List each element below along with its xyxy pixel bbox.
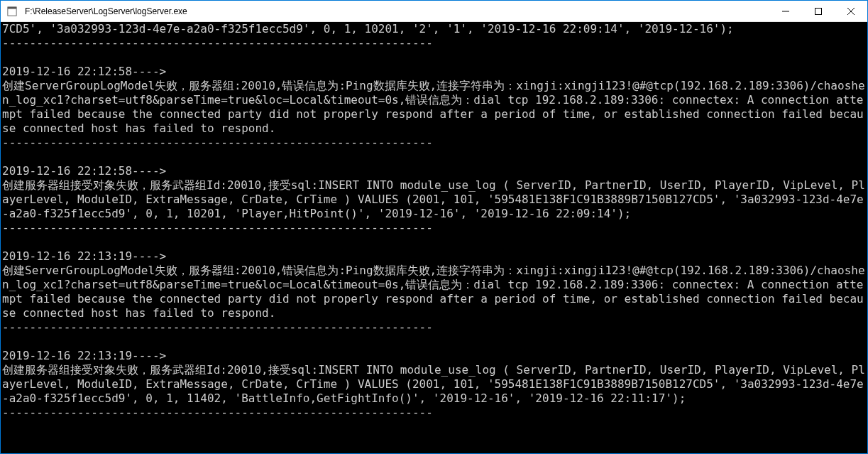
console-line: ----------------------------------------… [2, 221, 866, 235]
console-line [2, 335, 866, 349]
console-line [2, 150, 866, 164]
console-line: 2019-12-16 22:13:19----> [2, 349, 866, 363]
minimize-button[interactable] [769, 1, 802, 21]
console-line: ----------------------------------------… [2, 320, 866, 335]
close-button[interactable] [835, 1, 867, 21]
console-line: ----------------------------------------… [2, 406, 866, 420]
window-controls [769, 1, 867, 21]
console-line: 2019-12-16 22:12:58----> [2, 65, 866, 79]
svg-rect-3 [815, 8, 822, 14]
window-titlebar: F:\ReleaseServer\LogServer\logServer.exe [1, 1, 867, 22]
console-line: 7CD5', '3a032993-123d-4e7e-a2a0-f325f1ec… [2, 22, 866, 36]
console-line: ----------------------------------------… [2, 36, 866, 50]
console-line: ----------------------------------------… [2, 136, 866, 150]
maximize-button[interactable] [802, 1, 835, 21]
console-line [2, 235, 866, 249]
console-line: 2019-12-16 22:13:19----> [2, 249, 866, 264]
console-line: 创建ServerGroupLogModel失败，服务器组:20010,错误信息为… [2, 264, 866, 320]
console-line: 创建服务器组接受对象失败，服务武器组Id:20010,接受sql:INSERT … [2, 178, 866, 221]
svg-rect-1 [8, 6, 16, 9]
console-line: 2019-12-16 22:12:58----> [2, 164, 866, 178]
console-line: 创建服务器组接受对象失败，服务武器组Id:20010,接受sql:INSERT … [2, 363, 866, 406]
console-line [2, 50, 866, 65]
console-output[interactable]: 7CD5', '3a032993-123d-4e7e-a2a0-f325f1ec… [1, 22, 867, 453]
app-icon [6, 6, 18, 17]
window-title: F:\ReleaseServer\LogServer\logServer.exe [23, 6, 769, 16]
console-line: 创建ServerGroupLogModel失败，服务器组:20010,错误信息为… [2, 79, 866, 136]
